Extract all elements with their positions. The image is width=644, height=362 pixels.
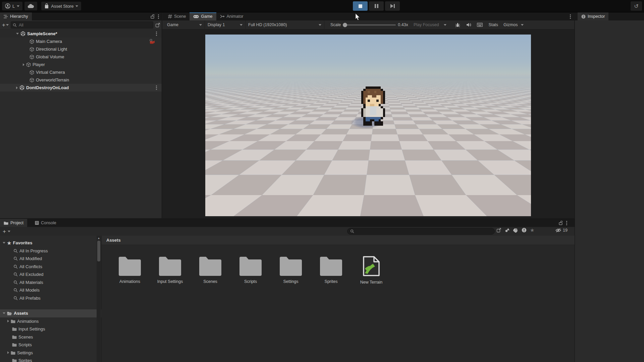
- favorites-item[interactable]: All Materials: [0, 279, 101, 287]
- expand-icon[interactable]: [16, 86, 18, 89]
- asset-folder-scenes[interactable]: Scenes: [194, 256, 226, 285]
- scene-name: SampleScene*: [27, 31, 57, 36]
- display-dropdown[interactable]: Display 1: [205, 20, 246, 29]
- create-asset-button[interactable]: +: [2, 229, 7, 234]
- favorites-item[interactable]: All Conflicts: [0, 263, 101, 271]
- hierarchy-row-overworld-terrain[interactable]: OverworldTerrain: [0, 76, 162, 84]
- cube-icon: [30, 78, 34, 82]
- favorites-header[interactable]: ★ Favorites: [0, 239, 101, 247]
- chevron-down-icon[interactable]: [444, 24, 446, 26]
- lock-open-icon[interactable]: [558, 221, 563, 225]
- asset-folder-scripts[interactable]: Scripts: [234, 256, 267, 285]
- assets-tree-item[interactable]: Sprites: [0, 357, 101, 362]
- account-button[interactable]: L: [2, 2, 22, 10]
- assets-root-row[interactable]: Assets: [0, 309, 101, 317]
- hierarchy-row-dontdestroyonload[interactable]: DontDestroyOnLoad: [0, 84, 162, 92]
- assets-tree-item[interactable]: Input Settings: [0, 325, 101, 333]
- hierarchy-row-main-camera[interactable]: Main Camera: [0, 38, 162, 45]
- hierarchy-row-directional-light[interactable]: Directional Light: [0, 45, 162, 53]
- collapse-icon[interactable]: [3, 312, 5, 314]
- favorites-item[interactable]: All Models: [0, 286, 101, 294]
- hierarchy-row-player[interactable]: Player: [0, 61, 162, 68]
- game-mode-dropdown[interactable]: Game: [164, 20, 205, 29]
- expand-icon[interactable]: [23, 63, 24, 66]
- folder-icon: [238, 256, 263, 276]
- favorites-item[interactable]: All In Progress: [0, 247, 101, 255]
- search-icon: [13, 280, 18, 285]
- scene-kebab-icon[interactable]: [154, 85, 159, 90]
- asset-folder-animations[interactable]: Animations: [114, 256, 146, 285]
- project-panel: Project Console + ★ 19: [0, 219, 575, 362]
- assets-breadcrumb: Assets: [102, 236, 575, 245]
- asset-folder-settings[interactable]: Settings: [275, 256, 307, 285]
- hierarchy-row-global-volume[interactable]: Global Volume: [0, 53, 162, 61]
- project-search[interactable]: [347, 228, 495, 235]
- asset-folder-input-settings[interactable]: Input Settings: [154, 256, 186, 285]
- project-menu-kebab-icon[interactable]: [564, 220, 569, 226]
- search-by-type-icon[interactable]: [505, 228, 510, 233]
- hierarchy-search[interactable]: [11, 21, 153, 28]
- hierarchy-menu-kebab-icon[interactable]: [156, 14, 161, 19]
- tab-animator[interactable]: Animator: [216, 12, 247, 20]
- assets-tree-item[interactable]: Scenes: [0, 333, 101, 341]
- debug-bug-button[interactable]: [452, 21, 463, 28]
- scale-slider[interactable]: [343, 24, 396, 25]
- expand-icon[interactable]: [7, 320, 9, 322]
- create-asset-caret-icon[interactable]: [8, 231, 10, 232]
- save-search-star-icon[interactable]: ★: [530, 228, 534, 233]
- pause-button[interactable]: [369, 1, 384, 11]
- search-by-label-icon[interactable]: [513, 228, 518, 233]
- project-content: Assets Animations Input Settings Scenes …: [102, 236, 575, 362]
- step-button[interactable]: [385, 1, 400, 11]
- mute-audio-button[interactable]: [464, 21, 474, 28]
- asset-folder-sprites[interactable]: Sprites: [315, 256, 347, 285]
- assets-tree-item[interactable]: Settings: [0, 349, 101, 357]
- hierarchy-row-virtual-camera[interactable]: Virtual Camera: [0, 68, 162, 76]
- favorites-item[interactable]: All Prefabs: [0, 294, 101, 302]
- collapse-icon[interactable]: [16, 33, 19, 35]
- hierarchy-row-scene[interactable]: SampleScene*: [0, 30, 162, 38]
- collapse-icon[interactable]: [3, 242, 5, 244]
- stats-button[interactable]: Stats: [489, 22, 498, 27]
- add-object-button[interactable]: +: [1, 22, 6, 28]
- cloud-button[interactable]: [24, 2, 37, 10]
- lock-open-icon[interactable]: [150, 14, 155, 19]
- open-search-window-icon[interactable]: [496, 228, 501, 233]
- project-search-input[interactable]: [356, 229, 492, 234]
- play-focused-dropdown[interactable]: Play Focused: [414, 22, 439, 27]
- tab-hierarchy[interactable]: Hierarchy: [0, 12, 32, 20]
- tab-game-label: Game: [201, 14, 212, 19]
- tab-inspector[interactable]: Inspector: [578, 12, 608, 20]
- chevron-down-icon[interactable]: [521, 24, 524, 26]
- scene-kebab-icon[interactable]: [154, 31, 159, 37]
- game-view-kebab-icon[interactable]: [568, 14, 573, 19]
- open-search-window-icon[interactable]: [155, 22, 160, 27]
- account-icon: [5, 3, 10, 9]
- resolution-dropdown[interactable]: Full HD (644x362): [246, 20, 324, 29]
- hierarchy-search-input[interactable]: [18, 22, 151, 28]
- tree-scrollbar[interactable]: ▲: [97, 236, 101, 362]
- hidden-items-counter[interactable]: 19: [555, 228, 568, 233]
- assets-tree-item[interactable]: Animations: [0, 317, 101, 325]
- favorites-item[interactable]: All Modified: [0, 255, 101, 263]
- asset-new-terrain[interactable]: New Terrain: [355, 256, 387, 285]
- tab-project[interactable]: Project: [0, 219, 27, 227]
- assets-tree-item[interactable]: Scripts: [0, 341, 101, 349]
- main-toolbar: L Asset Store ↺: [0, 0, 644, 12]
- scale-slider-knob[interactable]: [343, 23, 347, 27]
- favorites-item[interactable]: All Excluded: [0, 270, 101, 279]
- play-button[interactable]: [353, 1, 368, 11]
- tab-game[interactable]: Game: [190, 12, 216, 20]
- add-object-caret-icon[interactable]: [6, 24, 9, 26]
- keyboard-shortcuts-button[interactable]: [475, 21, 485, 28]
- expand-icon[interactable]: [7, 351, 9, 354]
- tab-console[interactable]: Console: [31, 219, 60, 227]
- center-tabbar: Scene Game Animator: [162, 12, 574, 20]
- alert-icon[interactable]: [522, 228, 527, 233]
- gizmos-dropdown[interactable]: Gizmos: [503, 22, 518, 27]
- undo-history-button[interactable]: ↺: [631, 1, 642, 11]
- scrollbar-up-icon[interactable]: ▲: [97, 236, 101, 240]
- tab-scene[interactable]: Scene: [164, 12, 190, 20]
- asset-store-button[interactable]: Asset Store: [41, 2, 81, 10]
- tree-scrollbar-thumb[interactable]: [97, 241, 100, 261]
